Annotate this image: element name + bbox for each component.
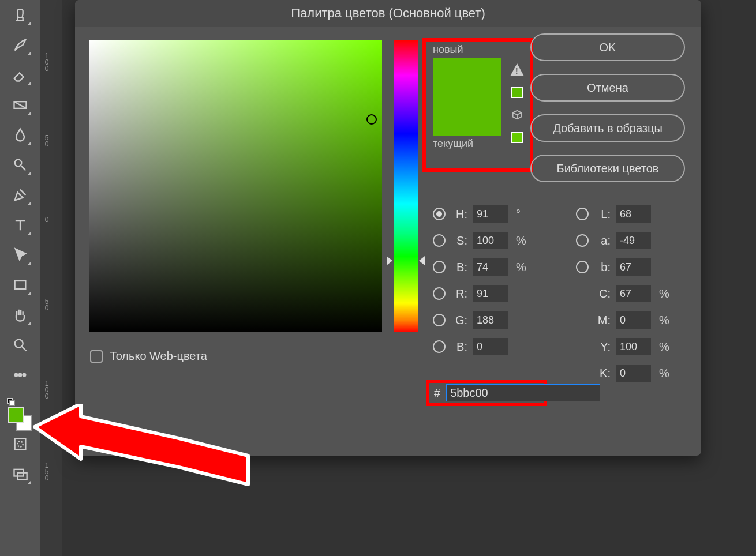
color-field-cursor-icon[interactable] <box>366 114 377 125</box>
path-selection-tool-icon[interactable] <box>9 243 32 266</box>
color-field[interactable] <box>89 40 382 332</box>
hue-slider[interactable] <box>394 40 418 332</box>
quick-mask-icon[interactable] <box>9 433 32 456</box>
h-label: H: <box>454 208 467 221</box>
hue-slider-handle-icon[interactable] <box>419 256 425 265</box>
pen-tool-icon[interactable] <box>9 183 32 206</box>
blur-tool-icon[interactable] <box>9 123 32 146</box>
stamp-tool-icon[interactable] <box>9 3 32 27</box>
color-picker-dialog: Палитра цветов (Основной цвет) новый тек… <box>75 0 701 456</box>
svg-point-1 <box>15 160 22 167</box>
new-color-label: новый <box>433 44 529 56</box>
a-label: a: <box>597 234 611 247</box>
a-radio[interactable] <box>576 234 589 247</box>
h-unit: ° <box>516 208 530 221</box>
hex-field-highlight: # <box>426 380 547 406</box>
y-input[interactable] <box>616 338 651 355</box>
y-unit: % <box>659 340 673 354</box>
l-label: L: <box>597 208 611 221</box>
svg-point-3 <box>15 340 23 348</box>
web-colors-checkbox[interactable] <box>90 350 103 363</box>
svg-point-5 <box>19 374 22 377</box>
ruler-tick: 100 <box>43 52 51 71</box>
hex-label: # <box>434 386 440 400</box>
foreground-swatch[interactable] <box>8 407 24 423</box>
g-radio[interactable] <box>433 314 446 326</box>
s-label: S: <box>454 234 467 247</box>
web-colors-label: Только Web-цвета <box>110 350 207 363</box>
new-current-swatch[interactable] <box>433 58 501 136</box>
g-input[interactable] <box>473 311 508 329</box>
l-radio[interactable] <box>576 208 589 220</box>
svg-point-6 <box>23 374 26 377</box>
hand-tool-icon[interactable] <box>9 303 32 326</box>
ruler-tick: 0 <box>43 216 51 222</box>
svg-point-8 <box>17 441 23 446</box>
hex-input[interactable] <box>446 384 600 401</box>
r-input[interactable] <box>473 285 508 302</box>
tool-strip <box>0 0 40 556</box>
c-label: C: <box>597 287 611 300</box>
type-tool-icon[interactable] <box>9 213 32 236</box>
gamut-corrected-swatch[interactable] <box>511 87 523 98</box>
b-rgb-radio[interactable] <box>433 340 446 353</box>
svg-rect-2 <box>15 281 26 289</box>
g-label: G: <box>454 314 467 327</box>
s-input[interactable] <box>473 232 508 249</box>
rectangle-tool-icon[interactable] <box>9 273 32 296</box>
vertical-ruler: 100 50 0 50 100 150 <box>40 0 62 556</box>
svg-rect-7 <box>15 439 26 450</box>
more-tools-icon[interactable] <box>9 363 32 386</box>
m-input[interactable] <box>616 311 651 329</box>
websafe-swatch[interactable] <box>511 132 523 143</box>
y-label: Y: <box>597 340 611 354</box>
m-unit: % <box>659 314 673 327</box>
screen-mode-icon[interactable] <box>9 463 32 486</box>
add-to-swatches-button[interactable]: Добавить в образцы <box>530 114 685 142</box>
c-unit: % <box>659 287 673 300</box>
b-rgb-label: B: <box>454 340 467 354</box>
cancel-button[interactable]: Отмена <box>530 74 685 102</box>
k-unit: % <box>659 367 673 380</box>
b-hsb-input[interactable] <box>473 258 508 276</box>
dodge-tool-icon[interactable] <box>9 153 32 176</box>
websafe-warning-icon[interactable] <box>511 108 523 121</box>
k-label: K: <box>597 367 611 380</box>
ruler-tick: 100 <box>43 380 51 399</box>
l-input[interactable] <box>616 205 651 223</box>
ruler-tick: 50 <box>43 298 51 310</box>
m-label: M: <box>597 314 611 327</box>
k-input[interactable] <box>616 365 651 382</box>
default-colors-icon[interactable] <box>7 398 15 406</box>
b-lab-input[interactable] <box>616 258 651 276</box>
color-swatches[interactable] <box>6 397 35 426</box>
gamut-warning-icon[interactable] <box>510 63 524 76</box>
b-hsb-unit: % <box>516 261 530 274</box>
b-hsb-label: B: <box>454 261 467 274</box>
b-hsb-radio[interactable] <box>433 261 446 273</box>
eraser-tool-icon[interactable] <box>9 63 32 87</box>
ruler-tick: 50 <box>43 134 51 146</box>
h-input[interactable] <box>473 205 508 223</box>
color-libraries-button[interactable]: Библиотеки цветов <box>530 155 685 182</box>
c-input[interactable] <box>616 285 651 302</box>
a-input[interactable] <box>616 232 651 249</box>
history-brush-tool-icon[interactable] <box>9 33 32 57</box>
svg-point-4 <box>15 374 18 377</box>
s-radio[interactable] <box>433 234 446 247</box>
r-radio[interactable] <box>433 287 446 300</box>
ruler-tick: 150 <box>43 461 51 480</box>
zoom-tool-icon[interactable] <box>9 333 32 356</box>
hue-slider-handle-icon[interactable] <box>387 256 392 265</box>
color-values-grid: H: ° L: S: % a: B: % b: <box>433 205 673 382</box>
ok-button[interactable]: OK <box>530 33 685 61</box>
r-label: R: <box>454 287 467 300</box>
s-unit: % <box>516 234 530 247</box>
b-lab-radio[interactable] <box>576 261 589 273</box>
h-radio[interactable] <box>433 208 446 220</box>
gradient-tool-icon[interactable] <box>9 93 32 117</box>
b-rgb-input[interactable] <box>473 338 508 355</box>
dialog-title: Палитра цветов (Основной цвет) <box>75 0 701 27</box>
b-lab-label: b: <box>597 261 611 274</box>
